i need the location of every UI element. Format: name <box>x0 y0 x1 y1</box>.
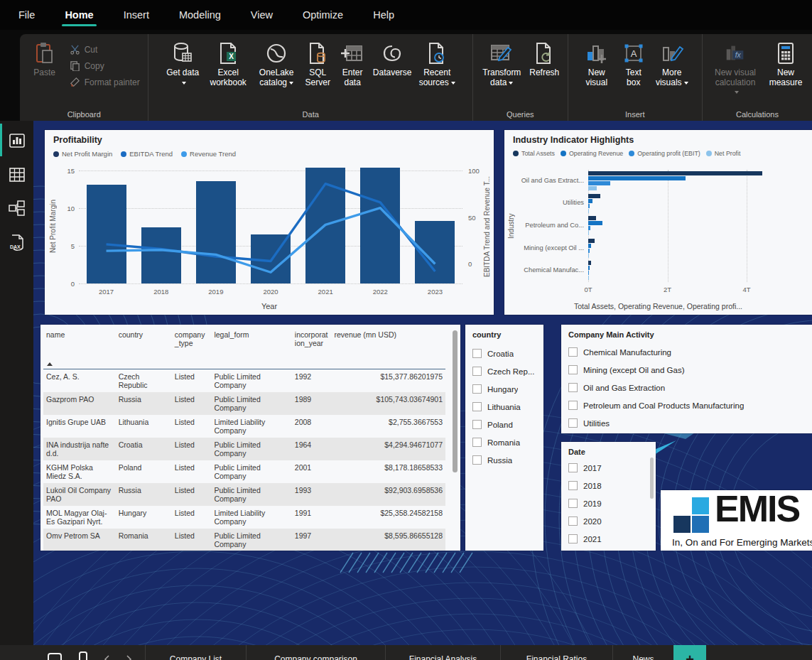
checkbox[interactable] <box>472 420 482 429</box>
mobile-view-button[interactable] <box>78 651 88 660</box>
paste-button[interactable]: Paste <box>26 38 64 81</box>
column-header-country[interactable]: country <box>116 328 172 369</box>
checkbox[interactable] <box>472 438 482 447</box>
legend-label: Operating profit (EBIT) <box>637 150 700 157</box>
excel-workbook-button[interactable]: X Excel workbook <box>203 38 253 91</box>
line-ebitda-trend[interactable] <box>107 184 435 271</box>
checkbox[interactable] <box>472 384 482 394</box>
desktop-view-button[interactable] <box>47 652 63 660</box>
bar-net-profit[interactable] <box>588 231 589 235</box>
checkbox[interactable] <box>568 499 578 508</box>
table-row[interactable]: Lukoil Oil Company PAORussiaListedPublic… <box>43 483 445 506</box>
bar-operating-profit-(ebit)[interactable] <box>588 226 590 230</box>
menu-insert[interactable]: Insert <box>122 5 151 25</box>
sql-server-button[interactable]: SQL Server <box>300 38 335 91</box>
tab-financial-ratios[interactable]: Financial Ratios <box>500 645 612 660</box>
bar-operating-profit-(ebit)[interactable] <box>588 249 590 253</box>
dataverse-button[interactable]: Dataverse <box>369 38 415 81</box>
checkbox[interactable] <box>568 383 578 392</box>
checkbox[interactable] <box>568 418 578 428</box>
bar-operating-revenue[interactable] <box>588 266 590 270</box>
refresh-button[interactable]: Refresh <box>526 38 563 81</box>
bar-operating-revenue[interactable] <box>588 244 591 248</box>
menu-view[interactable]: View <box>249 5 274 25</box>
new-page-button[interactable]: + <box>673 645 706 660</box>
table-cell: Listed <box>172 392 212 415</box>
dax-query-view-button[interactable]: DAX <box>0 229 33 257</box>
tab-company-list[interactable]: Company List <box>145 645 246 660</box>
checkbox[interactable] <box>568 516 578 526</box>
report-view-button[interactable] <box>0 126 33 155</box>
enter-data-button[interactable]: Enter data <box>335 38 369 91</box>
bar-operating-revenue[interactable] <box>588 176 686 180</box>
transform-data-button[interactable]: Transform data <box>477 38 526 91</box>
table-row[interactable]: INA industrija nafte d.d.CroatiaListedPu… <box>43 438 445 460</box>
bar-net-profit[interactable] <box>588 209 589 213</box>
checkbox[interactable] <box>472 402 482 411</box>
new-visual-button[interactable]: New visual <box>577 38 617 91</box>
bar-operating-revenue[interactable] <box>588 199 592 203</box>
menu-home[interactable]: Home <box>63 5 94 25</box>
menu-help[interactable]: Help <box>372 5 396 25</box>
previous-page-button[interactable] <box>104 654 110 660</box>
checkbox[interactable] <box>568 347 578 357</box>
column-header-incorporation-year[interactable]: incorporation_year <box>292 328 332 369</box>
checkbox[interactable] <box>472 455 482 465</box>
checkbox[interactable] <box>568 481 578 490</box>
get-data-button[interactable]: Get data <box>162 38 203 91</box>
column-header-company-type[interactable]: company_type <box>172 328 212 369</box>
more-visuals-button[interactable]: More visuals <box>651 38 693 91</box>
table-row[interactable]: MOL Magyar Olaj-Es Gazipari Nyrt.Hungary… <box>43 506 445 529</box>
column-header-legal-form[interactable]: legal_form <box>211 328 291 369</box>
scrollbar-thumb[interactable] <box>453 330 458 472</box>
bar-net-profit[interactable] <box>588 276 589 280</box>
text-box-button[interactable]: A Text box <box>617 38 651 91</box>
bar-total-assets[interactable] <box>588 194 600 198</box>
checkbox[interactable] <box>568 401 578 410</box>
line-revenue-trend[interactable] <box>107 208 435 273</box>
table-row[interactable]: KGHM Polska Miedz S.A.PolandListedPublic… <box>43 460 445 483</box>
bar-total-assets[interactable] <box>588 216 596 220</box>
model-view-button[interactable] <box>0 195 33 223</box>
menu-modeling[interactable]: Modeling <box>178 5 222 25</box>
onelake-catalog-button[interactable]: OneLake catalog <box>253 38 300 91</box>
table-cell: Listed <box>172 529 212 551</box>
table-row[interactable]: Omv Petrom SARomaniaListedPublic Limited… <box>43 529 445 551</box>
scrollbar-thumb[interactable] <box>650 458 654 499</box>
company-main-activity-slicer: Company Main Activity Chemical Manufactu… <box>561 325 812 433</box>
checkbox[interactable] <box>472 367 482 376</box>
checkbox[interactable] <box>568 534 578 543</box>
next-page-button[interactable] <box>126 654 132 660</box>
checkbox[interactable] <box>568 365 578 374</box>
tab-news[interactable]: News <box>612 645 673 660</box>
bar-total-assets[interactable] <box>588 239 595 243</box>
excel-icon: X <box>216 41 240 65</box>
table-row[interactable]: Ignitis Grupe UABLithuaniaListedLimited … <box>43 415 445 438</box>
bar-total-assets[interactable] <box>588 171 762 175</box>
bar-operating-profit-(ebit)[interactable] <box>588 271 589 275</box>
table-row[interactable]: Cez, A. S.Czech RepublicListedPublic Lim… <box>43 369 445 392</box>
bar-total-assets[interactable] <box>588 261 591 265</box>
cut-button[interactable]: Cut <box>67 43 143 56</box>
tab-company-comparison[interactable]: Company comparison <box>246 645 385 660</box>
bar-operating-revenue[interactable] <box>588 221 602 225</box>
new-measure-button[interactable]: New measure <box>764 38 808 91</box>
bar-net-profit[interactable] <box>588 186 597 190</box>
table-row[interactable]: Gazprom PAORussiaListedPublic Limited Co… <box>43 392 445 415</box>
recent-sources-button[interactable]: Recent sources <box>415 38 459 91</box>
new-visual-calculation-button[interactable]: fx New visual calculation <box>707 38 764 100</box>
column-header-revenue-mn-USD-[interactable]: revenue (mn USD) <box>331 328 445 369</box>
bar-operating-profit-(ebit)[interactable] <box>588 204 590 208</box>
table-view-button[interactable] <box>0 161 33 189</box>
menu-file[interactable]: File <box>17 5 36 25</box>
column-header-name[interactable]: name <box>43 328 116 369</box>
format-painter-button[interactable]: Format painter <box>67 75 143 89</box>
checkbox[interactable] <box>472 349 482 358</box>
menu-optimize[interactable]: Optimize <box>301 5 345 25</box>
tab-financial-analysis[interactable]: Financial Analysis <box>385 645 500 660</box>
copy-button[interactable]: Copy <box>67 59 143 72</box>
bar-operating-profit-(ebit)[interactable] <box>588 181 610 185</box>
bar-net-profit[interactable] <box>588 254 589 258</box>
checkbox[interactable] <box>568 463 578 472</box>
right-axis-label: EBITDA Trend and Revenue T... <box>483 170 491 283</box>
